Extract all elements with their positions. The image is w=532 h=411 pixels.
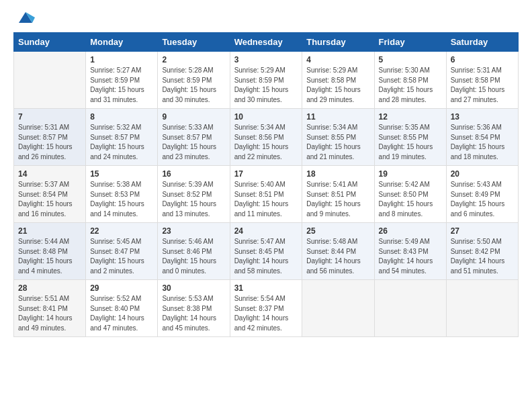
weekday-header-tuesday: Tuesday xyxy=(158,33,230,52)
day-info: Sunrise: 5:50 AM Sunset: 8:42 PM Dayligh… xyxy=(451,237,514,276)
calendar-week-row: 14Sunrise: 5:37 AM Sunset: 8:54 PM Dayli… xyxy=(14,166,519,223)
day-number: 31 xyxy=(234,283,298,293)
calendar-cell: 12Sunrise: 5:35 AM Sunset: 8:55 PM Dayli… xyxy=(374,109,446,166)
calendar-cell: 25Sunrise: 5:48 AM Sunset: 8:44 PM Dayli… xyxy=(302,223,374,280)
calendar-week-row: 21Sunrise: 5:44 AM Sunset: 8:48 PM Dayli… xyxy=(14,223,519,280)
day-number: 18 xyxy=(306,169,369,179)
day-number: 2 xyxy=(162,55,225,64)
calendar-cell: 16Sunrise: 5:39 AM Sunset: 8:52 PM Dayli… xyxy=(158,166,230,223)
weekday-header-thursday: Thursday xyxy=(302,33,374,52)
calendar-cell: 11Sunrise: 5:34 AM Sunset: 8:55 PM Dayli… xyxy=(302,109,374,166)
calendar-cell: 23Sunrise: 5:46 AM Sunset: 8:46 PM Dayli… xyxy=(158,223,230,280)
calendar-cell: 7Sunrise: 5:31 AM Sunset: 8:57 PM Daylig… xyxy=(14,109,86,166)
calendar-cell: 6Sunrise: 5:31 AM Sunset: 8:58 PM Daylig… xyxy=(446,52,518,109)
day-number: 26 xyxy=(379,226,442,236)
calendar-cell: 1Sunrise: 5:27 AM Sunset: 8:59 PM Daylig… xyxy=(86,52,158,109)
calendar-cell: 29Sunrise: 5:52 AM Sunset: 8:40 PM Dayli… xyxy=(86,280,158,337)
day-number: 20 xyxy=(451,169,514,179)
weekday-header-monday: Monday xyxy=(86,33,158,52)
day-number: 16 xyxy=(162,169,225,179)
calendar-week-row: 1Sunrise: 5:27 AM Sunset: 8:59 PM Daylig… xyxy=(14,52,519,109)
day-number: 12 xyxy=(379,112,442,122)
calendar-cell: 18Sunrise: 5:41 AM Sunset: 8:51 PM Dayli… xyxy=(302,166,374,223)
calendar-cell: 22Sunrise: 5:45 AM Sunset: 8:47 PM Dayli… xyxy=(86,223,158,280)
day-info: Sunrise: 5:44 AM Sunset: 8:48 PM Dayligh… xyxy=(18,237,81,276)
calendar-cell xyxy=(446,280,518,337)
day-number: 30 xyxy=(162,283,225,293)
weekday-header-saturday: Saturday xyxy=(446,33,518,52)
day-number: 11 xyxy=(306,112,369,122)
day-number: 10 xyxy=(234,112,298,122)
day-number: 8 xyxy=(90,112,153,122)
day-info: Sunrise: 5:40 AM Sunset: 8:51 PM Dayligh… xyxy=(234,180,298,219)
day-number: 3 xyxy=(234,55,298,64)
day-info: Sunrise: 5:53 AM Sunset: 8:38 PM Dayligh… xyxy=(162,294,225,333)
calendar-cell: 21Sunrise: 5:44 AM Sunset: 8:48 PM Dayli… xyxy=(14,223,86,280)
day-info: Sunrise: 5:51 AM Sunset: 8:41 PM Dayligh… xyxy=(18,294,81,333)
day-number: 14 xyxy=(18,169,81,179)
logo xyxy=(13,11,35,27)
day-info: Sunrise: 5:34 AM Sunset: 8:55 PM Dayligh… xyxy=(306,123,369,162)
calendar-week-row: 7Sunrise: 5:31 AM Sunset: 8:57 PM Daylig… xyxy=(14,109,519,166)
day-number: 19 xyxy=(379,169,442,179)
calendar-cell: 8Sunrise: 5:32 AM Sunset: 8:57 PM Daylig… xyxy=(86,109,158,166)
day-number: 29 xyxy=(90,283,153,293)
day-info: Sunrise: 5:27 AM Sunset: 8:59 PM Dayligh… xyxy=(90,66,153,105)
day-info: Sunrise: 5:49 AM Sunset: 8:43 PM Dayligh… xyxy=(379,237,442,276)
day-number: 15 xyxy=(90,169,153,179)
day-info: Sunrise: 5:31 AM Sunset: 8:57 PM Dayligh… xyxy=(18,123,81,162)
day-number: 22 xyxy=(90,226,153,236)
day-number: 5 xyxy=(379,55,442,64)
day-info: Sunrise: 5:47 AM Sunset: 8:45 PM Dayligh… xyxy=(234,237,298,276)
day-info: Sunrise: 5:35 AM Sunset: 8:55 PM Dayligh… xyxy=(379,123,442,162)
day-number: 28 xyxy=(18,283,81,293)
day-number: 9 xyxy=(162,112,225,122)
day-info: Sunrise: 5:34 AM Sunset: 8:56 PM Dayligh… xyxy=(234,123,298,162)
calendar-cell: 31Sunrise: 5:54 AM Sunset: 8:37 PM Dayli… xyxy=(230,280,302,337)
logo-icon xyxy=(16,8,35,27)
day-info: Sunrise: 5:54 AM Sunset: 8:37 PM Dayligh… xyxy=(234,294,298,333)
weekday-header-friday: Friday xyxy=(374,33,446,52)
day-info: Sunrise: 5:29 AM Sunset: 8:58 PM Dayligh… xyxy=(306,66,369,105)
day-info: Sunrise: 5:41 AM Sunset: 8:51 PM Dayligh… xyxy=(306,180,369,219)
calendar-cell: 20Sunrise: 5:43 AM Sunset: 8:49 PM Dayli… xyxy=(446,166,518,223)
day-info: Sunrise: 5:36 AM Sunset: 8:54 PM Dayligh… xyxy=(451,123,514,162)
day-number: 21 xyxy=(18,226,81,236)
day-info: Sunrise: 5:31 AM Sunset: 8:58 PM Dayligh… xyxy=(451,66,514,105)
day-number: 4 xyxy=(306,55,369,64)
calendar-cell xyxy=(374,280,446,337)
day-info: Sunrise: 5:32 AM Sunset: 8:57 PM Dayligh… xyxy=(90,123,153,162)
calendar-cell: 27Sunrise: 5:50 AM Sunset: 8:42 PM Dayli… xyxy=(446,223,518,280)
day-number: 17 xyxy=(234,169,298,179)
calendar-cell: 19Sunrise: 5:42 AM Sunset: 8:50 PM Dayli… xyxy=(374,166,446,223)
page-header xyxy=(13,11,519,27)
calendar-cell: 13Sunrise: 5:36 AM Sunset: 8:54 PM Dayli… xyxy=(446,109,518,166)
day-info: Sunrise: 5:37 AM Sunset: 8:54 PM Dayligh… xyxy=(18,180,81,219)
day-info: Sunrise: 5:46 AM Sunset: 8:46 PM Dayligh… xyxy=(162,237,225,276)
calendar-cell: 15Sunrise: 5:38 AM Sunset: 8:53 PM Dayli… xyxy=(86,166,158,223)
calendar-cell xyxy=(14,52,86,109)
calendar-cell: 3Sunrise: 5:29 AM Sunset: 8:59 PM Daylig… xyxy=(230,52,302,109)
calendar-table: SundayMondayTuesdayWednesdayThursdayFrid… xyxy=(13,32,519,337)
calendar-cell: 30Sunrise: 5:53 AM Sunset: 8:38 PM Dayli… xyxy=(158,280,230,337)
day-info: Sunrise: 5:38 AM Sunset: 8:53 PM Dayligh… xyxy=(90,180,153,219)
day-number: 24 xyxy=(234,226,298,236)
day-number: 25 xyxy=(306,226,369,236)
calendar-cell: 9Sunrise: 5:33 AM Sunset: 8:57 PM Daylig… xyxy=(158,109,230,166)
calendar-cell: 14Sunrise: 5:37 AM Sunset: 8:54 PM Dayli… xyxy=(14,166,86,223)
day-number: 7 xyxy=(18,112,81,122)
day-info: Sunrise: 5:39 AM Sunset: 8:52 PM Dayligh… xyxy=(162,180,225,219)
calendar-cell xyxy=(302,280,374,337)
calendar-cell: 4Sunrise: 5:29 AM Sunset: 8:58 PM Daylig… xyxy=(302,52,374,109)
day-info: Sunrise: 5:45 AM Sunset: 8:47 PM Dayligh… xyxy=(90,237,153,276)
calendar-cell: 24Sunrise: 5:47 AM Sunset: 8:45 PM Dayli… xyxy=(230,223,302,280)
calendar-cell: 28Sunrise: 5:51 AM Sunset: 8:41 PM Dayli… xyxy=(14,280,86,337)
calendar-header-row: SundayMondayTuesdayWednesdayThursdayFrid… xyxy=(14,33,519,52)
day-info: Sunrise: 5:28 AM Sunset: 8:59 PM Dayligh… xyxy=(162,66,225,105)
day-info: Sunrise: 5:42 AM Sunset: 8:50 PM Dayligh… xyxy=(379,180,442,219)
day-info: Sunrise: 5:48 AM Sunset: 8:44 PM Dayligh… xyxy=(306,237,369,276)
day-info: Sunrise: 5:43 AM Sunset: 8:49 PM Dayligh… xyxy=(451,180,514,219)
day-number: 23 xyxy=(162,226,225,236)
weekday-header-wednesday: Wednesday xyxy=(230,33,302,52)
day-number: 13 xyxy=(451,112,514,122)
